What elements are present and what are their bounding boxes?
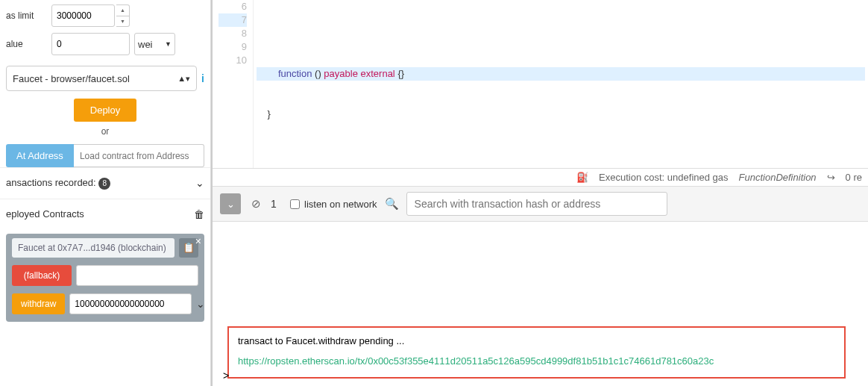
or-label: or	[101, 126, 110, 137]
value-unit-label: wei	[138, 39, 153, 50]
value-label: alue	[6, 39, 47, 49]
value-input[interactable]	[51, 33, 130, 55]
stepper-up-icon[interactable]: ▲	[116, 5, 129, 16]
node-type-label: FunctionDefinition	[739, 172, 817, 183]
listen-network-toggle[interactable]: listen on network	[290, 199, 377, 210]
chevron-down-icon[interactable]: ⌄	[196, 298, 205, 310]
code-content[interactable]: function () payable external {} }	[254, 0, 868, 168]
pending-count: 1	[271, 198, 283, 210]
tx-message: transact to Faucet.withdraw pending ...	[238, 335, 835, 346]
tx-pending-box: transact to Faucet.withdraw pending ... …	[227, 326, 846, 379]
ref-count-label: 0 re	[846, 172, 862, 183]
tx-recorded-badge: 8	[98, 178, 110, 190]
line-number: 9	[218, 40, 247, 54]
search-icon[interactable]: 🔍	[385, 197, 399, 211]
updown-icon: ▲▾	[177, 74, 190, 84]
withdraw-button[interactable]: withdraw	[12, 293, 65, 314]
deployed-contracts-label: eployed Contracts	[6, 208, 84, 220]
line-number: 6	[218, 0, 247, 13]
gas-limit-stepper[interactable]: ▲▼	[116, 4, 130, 27]
code-text: {}	[395, 68, 404, 79]
gas-pump-icon: ⛽	[576, 172, 588, 183]
share-icon[interactable]: ↪	[827, 172, 835, 183]
deployed-contracts-header: eployed Contracts 🗑	[0, 199, 210, 229]
code-editor[interactable]: 6 7 8 9 10 function () payable external …	[213, 0, 868, 168]
stepper-down-icon[interactable]: ▼	[116, 16, 129, 27]
console-prompt[interactable]: >	[223, 370, 229, 382]
value-unit-select[interactable]: wei ▼	[134, 33, 175, 55]
info-icon[interactable]: i	[201, 72, 204, 84]
contract-select[interactable]: Faucet - browser/faucet.sol ▲▾	[6, 66, 197, 91]
contract-instance: × Faucet at 0x7A7...d1946 (blockchain) 📋…	[6, 234, 204, 322]
withdraw-input[interactable]	[69, 293, 192, 314]
contract-select-label: Faucet - browser/faucet.sol	[13, 73, 130, 84]
fallback-input[interactable]	[76, 265, 198, 286]
execution-cost-label: Execution cost: undefined gas	[599, 172, 728, 183]
tx-link[interactable]: https://ropsten.etherscan.io/tx/0x00c53f…	[238, 355, 835, 367]
gas-limit-label: as limit	[6, 10, 47, 21]
trash-icon[interactable]: 🗑	[194, 208, 204, 220]
line-number: 10	[218, 54, 247, 67]
close-icon[interactable]: ×	[195, 235, 201, 247]
chevron-down-icon: ▼	[165, 40, 172, 48]
at-address-input[interactable]	[74, 144, 204, 167]
console-output[interactable]: transact to Faucet.withdraw pending ... …	[213, 222, 868, 386]
transactions-recorded-header[interactable]: ansactions recorded: 8 ⌄	[0, 167, 210, 199]
code-text: }	[257, 108, 865, 121]
console-toolbar: ⌄ ⊘ 1 listen on network 🔍	[213, 186, 868, 222]
line-number: 7	[218, 13, 247, 27]
deploy-button[interactable]: Deploy	[74, 99, 136, 122]
fallback-button[interactable]: (fallback)	[12, 265, 72, 286]
listen-label: listen on network	[304, 199, 377, 210]
search-input[interactable]	[406, 192, 667, 216]
keyword-function: function	[278, 68, 312, 79]
keyword-payable: payable	[324, 68, 358, 79]
editor-status-bar: ⛽ Execution cost: undefined gas Function…	[213, 168, 868, 186]
keyword-external: external	[358, 68, 395, 79]
code-text: ()	[312, 68, 324, 79]
gas-limit-input[interactable]	[51, 4, 115, 27]
tx-recorded-label: ansactions recorded:	[6, 177, 96, 188]
instance-title[interactable]: Faucet at 0x7A7...d1946 (blockchain)	[12, 238, 174, 258]
chevron-down-icon: ⌄	[195, 177, 204, 189]
clear-console-icon[interactable]: ⊘	[248, 197, 263, 211]
toggle-console-icon[interactable]: ⌄	[220, 193, 241, 214]
line-number: 8	[218, 27, 247, 40]
line-gutter: 6 7 8 9 10	[213, 0, 254, 168]
at-address-button[interactable]: At Address	[6, 144, 74, 167]
listen-checkbox[interactable]	[290, 199, 300, 209]
